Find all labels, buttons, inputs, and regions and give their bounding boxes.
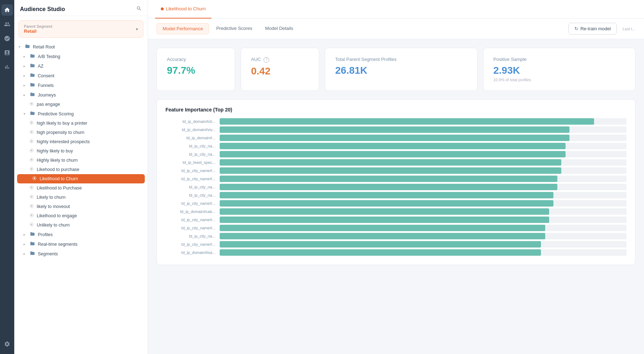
- sidebar-item-likelihood-purchase[interactable]: Likelihood to Purchase: [14, 183, 148, 193]
- expand-icon: ▸: [24, 252, 29, 256]
- settings-icon[interactable]: [1, 338, 13, 350]
- audience-icon[interactable]: [1, 19, 13, 30]
- icon-bar: [0, 0, 14, 354]
- tree-item-label: Unlikely to churn: [37, 223, 70, 228]
- sidebar-item-likely-churn[interactable]: Likely to churn: [14, 193, 148, 202]
- expand-icon: ▸: [24, 233, 29, 236]
- segment-icon: [29, 130, 34, 135]
- sidebar-item-consent[interactable]: ▸ Consent: [14, 71, 148, 80]
- segment-icon: [29, 204, 34, 209]
- retrain-model-button[interactable]: ↻ Re-train model: [568, 23, 617, 35]
- feature-row: td_ip_city_name#...: [165, 200, 627, 207]
- svg-point-25: [31, 224, 32, 225]
- positive-sample-label: Positive Sample: [494, 57, 625, 62]
- svg-point-21: [31, 205, 32, 207]
- segment-icon: [29, 222, 34, 228]
- tree-item-label: high propensity to churn: [37, 130, 84, 135]
- feature-bar-container: [220, 184, 627, 190]
- segment-icon: [29, 185, 34, 191]
- sidebar-item-retail-root[interactable]: ▾ Retail Root: [14, 42, 148, 52]
- feature-bar: [220, 225, 545, 231]
- feature-label: td_ip_city_name#...: [165, 226, 215, 230]
- sidebar-item-pas-engage[interactable]: pas engage: [14, 100, 148, 109]
- sidebar: Audience Studio Parent Segment Retail ▾ …: [14, 0, 148, 354]
- segment-icon: [29, 120, 34, 126]
- metrics-row: Accuracy 97.7% AUC ? 0.42 Total Parent S…: [157, 48, 635, 91]
- sidebar-item-high-propensity-churn[interactable]: high propensity to churn: [14, 128, 148, 137]
- sidebar-item-journeys[interactable]: ▸ Journeys: [14, 90, 148, 100]
- segment-icon: [29, 139, 34, 145]
- sidebar-item-unlikely-churn[interactable]: Unlikely to churn: [14, 220, 148, 230]
- sidebar-item-funnels[interactable]: ▸ Funnels: [14, 80, 148, 90]
- tree-item-label: Journeys: [38, 93, 56, 98]
- analytics-icon[interactable]: [1, 47, 13, 58]
- sidebar-item-likelhood-engage[interactable]: Likelhood to engage: [14, 211, 148, 220]
- feature-bar: [220, 184, 557, 190]
- tab-bar: Likelihood to Churn: [148, 0, 644, 19]
- feature-bar: [220, 249, 541, 256]
- tab-model-performance[interactable]: Model Performance: [157, 23, 209, 34]
- sidebar-item-highly-interested[interactable]: highly interested prospects: [14, 137, 148, 146]
- tree-item-label: high likely to buy a printer: [37, 121, 87, 126]
- sidebar-item-highly-likely-buy[interactable]: highly likely to buy: [14, 146, 148, 156]
- top-right-area: ↻ Re-train model Last t...: [568, 23, 635, 35]
- svg-point-7: [31, 140, 32, 142]
- sidebar-item-profiles[interactable]: ▸ Profiles: [14, 230, 148, 239]
- feature-label: td_ip_domain#cab...: [165, 209, 215, 214]
- feature-bar: [220, 118, 594, 125]
- tree-item-label: Profiles: [38, 232, 53, 237]
- chevron-down-icon: ▾: [136, 27, 138, 32]
- total-profiles-value: 26.81K: [335, 65, 467, 76]
- sidebar-item-high-likely-printer[interactable]: high likely to buy a printer: [14, 119, 148, 128]
- tab-model-details[interactable]: Model Details: [260, 23, 299, 34]
- likelihood-churn-tab[interactable]: Likelihood to Churn: [155, 0, 211, 19]
- sidebar-item-likehood-purchase[interactable]: Likehood to purchase: [14, 165, 148, 174]
- feature-row: td_ip_city_na...: [165, 192, 627, 198]
- folder-icon: [30, 63, 35, 69]
- feature-bar: [220, 151, 566, 157]
- accuracy-value: 97.7%: [167, 65, 225, 76]
- sidebar-item-likely-moveout[interactable]: likely to moveout: [14, 202, 148, 211]
- folder-icon: [30, 53, 35, 59]
- auc-label: AUC ?: [251, 57, 309, 63]
- segments-icon[interactable]: [1, 33, 13, 44]
- sidebar-item-ab-testing[interactable]: ▸ A/B Testing: [14, 52, 148, 61]
- feature-row: td_ip_city_na...: [165, 184, 627, 190]
- tab-dot: [161, 7, 164, 10]
- feature-row: td_ip_city_name#...: [165, 167, 627, 174]
- feature-bar: [220, 208, 549, 215]
- auc-help-icon[interactable]: ?: [264, 57, 269, 63]
- sidebar-item-segments[interactable]: ▸ Segments: [14, 249, 148, 259]
- feature-bar-container: [220, 225, 627, 231]
- tree-item-label: Funnels: [38, 83, 53, 88]
- feature-label: td_ip_city_name#...: [165, 201, 215, 205]
- feature-bar: [220, 167, 561, 174]
- tab-predictive-scores[interactable]: Predictive Scores: [210, 23, 258, 34]
- tree-item-label: A/B Testing: [38, 54, 60, 59]
- sidebar-item-realtime-segments[interactable]: ▸ Real-time segments: [14, 239, 148, 249]
- feature-bar-container: [220, 143, 627, 149]
- feature-row: td_ip_city_name#...: [165, 176, 627, 182]
- parent-segment-selector[interactable]: Parent Segment Retail ▾: [19, 20, 143, 38]
- home-icon[interactable]: [1, 4, 13, 16]
- total-profiles-card: Total Parent Segment Profiles 26.81K: [325, 48, 477, 91]
- sidebar-item-predictive-scoring[interactable]: ▾ Predictive Scoring: [14, 109, 148, 119]
- tree-item-label: Consent: [38, 73, 55, 78]
- feature-label: td_ip_city_name#...: [165, 218, 215, 222]
- sidebar-item-az[interactable]: ▸ AZ: [14, 61, 148, 71]
- sidebar-item-highly-likely-churn[interactable]: Highly likely to churn: [14, 156, 148, 165]
- sidebar-item-likelihood-churn[interactable]: Likelihood to Churn: [17, 174, 145, 183]
- svg-point-3: [31, 122, 32, 123]
- parent-segment-value: Retail: [24, 28, 52, 34]
- retrain-label: Re-train model: [581, 26, 611, 31]
- feature-label: td_ip_domain#viv...: [165, 127, 215, 132]
- retrain-icon: ↻: [574, 26, 578, 31]
- search-icon[interactable]: [136, 6, 142, 13]
- expand-icon: ▸: [24, 242, 29, 246]
- tree-item-label: Real-time segments: [38, 242, 77, 247]
- folder-icon: [30, 241, 35, 247]
- last-trained-text: Last t...: [623, 27, 635, 31]
- chart-icon[interactable]: [1, 61, 13, 73]
- sidebar-tree: ▾ Retail Root ▸ A/B Testing ▸: [14, 41, 148, 354]
- folder-icon: [30, 231, 35, 238]
